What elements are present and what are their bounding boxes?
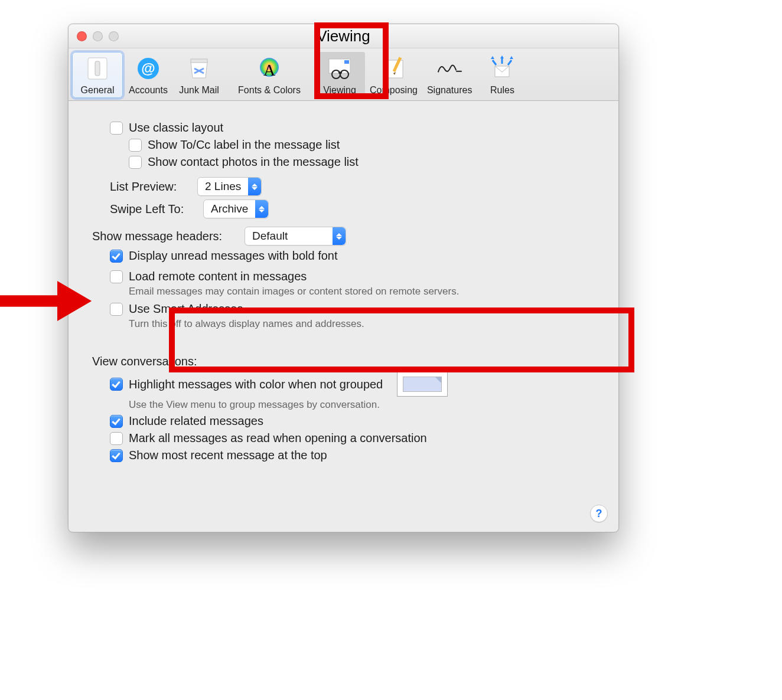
- svg-rect-12: [344, 60, 349, 64]
- viewing-icon: [325, 54, 354, 83]
- field-label: Swipe Left To:: [110, 202, 198, 216]
- checkbox[interactable]: [110, 449, 123, 462]
- option-display-bold[interactable]: Display unread messages with bold font: [110, 249, 595, 263]
- window-controls: [77, 31, 119, 41]
- option-include-related[interactable]: Include related messages: [110, 414, 595, 428]
- tab-fonts-colors[interactable]: A Fonts & Colors: [224, 52, 314, 98]
- close-window-button[interactable]: [77, 31, 87, 41]
- option-load-remote[interactable]: Load remote content in messages: [110, 270, 595, 283]
- general-icon: [83, 54, 112, 83]
- checkbox[interactable]: [110, 432, 123, 445]
- stepper-icon: [333, 227, 346, 245]
- option-label: Use classic layout: [129, 121, 223, 135]
- help-button[interactable]: ?: [590, 505, 608, 522]
- row-swipe-left: Swipe Left To: Archive: [110, 199, 595, 218]
- tab-signatures[interactable]: Signatures: [422, 52, 477, 98]
- select-show-headers[interactable]: Default: [245, 227, 346, 246]
- titlebar: Viewing: [69, 24, 618, 48]
- tab-label: Junk Mail: [179, 85, 219, 96]
- svg-marker-20: [491, 56, 494, 59]
- select-value: Archive: [204, 202, 255, 215]
- svg-rect-0: [0, 295, 63, 306]
- pane-content: Use classic layout Show To/Cc label in t…: [69, 101, 618, 477]
- checkbox[interactable]: [110, 303, 123, 316]
- svg-marker-22: [510, 56, 513, 59]
- signatures-icon: [435, 54, 464, 83]
- option-subtext: Turn this off to always display names an…: [129, 318, 595, 330]
- svg-marker-21: [500, 55, 504, 58]
- option-label: Highlight messages with color when not g…: [129, 378, 383, 391]
- option-label: Display unread messages with bold font: [129, 249, 338, 263]
- checkbox[interactable]: [129, 139, 142, 152]
- color-swatch[interactable]: [397, 372, 448, 397]
- option-label: Use Smart Addresses: [129, 302, 243, 316]
- tab-accounts[interactable]: @ Accounts: [123, 52, 174, 98]
- accounts-icon: @: [134, 54, 162, 83]
- tab-viewing[interactable]: Viewing: [314, 52, 365, 98]
- svg-rect-15: [384, 60, 403, 78]
- checkbox[interactable]: [110, 415, 123, 428]
- tab-label: General: [81, 85, 115, 96]
- preferences-toolbar: General @ Accounts Junk Mail A Fonts & C…: [69, 48, 618, 101]
- option-label: Show most recent message at the top: [129, 449, 327, 462]
- minimize-window-button[interactable]: [93, 31, 103, 41]
- option-label: Load remote content in messages: [129, 270, 307, 283]
- select-list-preview[interactable]: 2 Lines: [197, 177, 262, 196]
- zoom-window-button[interactable]: [109, 31, 119, 41]
- option-recent-top[interactable]: Show most recent message at the top: [110, 449, 595, 462]
- tab-label: Signatures: [427, 85, 473, 96]
- option-label: Show contact photos in the message list: [148, 155, 359, 169]
- field-label: List Preview:: [110, 180, 193, 194]
- checkbox[interactable]: [110, 122, 123, 135]
- option-subtext: Use the View menu to group messages by c…: [129, 399, 595, 411]
- select-value: 2 Lines: [198, 180, 248, 193]
- tab-label: Rules: [490, 85, 514, 96]
- stepper-icon: [255, 200, 268, 218]
- option-label: Show To/Cc label in the message list: [148, 138, 340, 152]
- field-label: Show message headers:: [92, 230, 240, 243]
- help-icon: ?: [596, 508, 602, 520]
- option-mark-read[interactable]: Mark all messages as read when opening a…: [110, 431, 595, 445]
- section-label: View conversations:: [92, 355, 197, 368]
- option-show-to-cc[interactable]: Show To/Cc label in the message list: [129, 138, 595, 152]
- tab-composing[interactable]: Composing: [365, 52, 422, 98]
- stepper-icon: [248, 178, 261, 195]
- rules-icon: [488, 54, 516, 83]
- option-label: Include related messages: [129, 414, 263, 428]
- tab-junk-mail[interactable]: Junk Mail: [174, 52, 224, 98]
- checkbox[interactable]: [110, 378, 123, 391]
- checkbox[interactable]: [129, 156, 142, 169]
- option-label: Mark all messages as read when opening a…: [129, 431, 427, 445]
- svg-rect-6: [191, 59, 207, 63]
- tab-label: Fonts & Colors: [238, 85, 301, 96]
- option-classic-layout[interactable]: Use classic layout: [110, 121, 595, 135]
- row-show-headers: Show message headers: Default: [92, 227, 595, 246]
- fonts-colors-icon: A: [255, 54, 284, 83]
- tab-label: Composing: [370, 85, 418, 96]
- section-header-conversations: View conversations:: [92, 355, 595, 368]
- tab-general[interactable]: General: [72, 52, 123, 98]
- tab-label: Accounts: [129, 85, 168, 96]
- option-show-contact-photos[interactable]: Show contact photos in the message list: [129, 155, 595, 169]
- svg-text:A: A: [263, 61, 276, 79]
- checkbox[interactable]: [110, 250, 123, 263]
- option-highlight-color[interactable]: Highlight messages with color when not g…: [110, 372, 595, 397]
- checkbox[interactable]: [110, 270, 123, 283]
- preferences-window: Viewing General @ Accounts Junk Mail: [68, 24, 619, 532]
- svg-text:@: @: [141, 60, 155, 76]
- composing-icon: [379, 54, 408, 83]
- row-list-preview: List Preview: 2 Lines: [110, 177, 595, 196]
- tab-rules[interactable]: Rules: [477, 52, 527, 98]
- svg-rect-3: [95, 61, 100, 76]
- select-value: Default: [245, 230, 333, 243]
- junk-mail-icon: [185, 54, 213, 83]
- tab-label: Viewing: [323, 85, 356, 96]
- option-smart-addresses[interactable]: Use Smart Addresses: [110, 302, 595, 316]
- select-swipe-left[interactable]: Archive: [203, 199, 269, 218]
- option-subtext: Email messages may contain images or con…: [129, 286, 595, 297]
- window-title: Viewing: [317, 27, 370, 45]
